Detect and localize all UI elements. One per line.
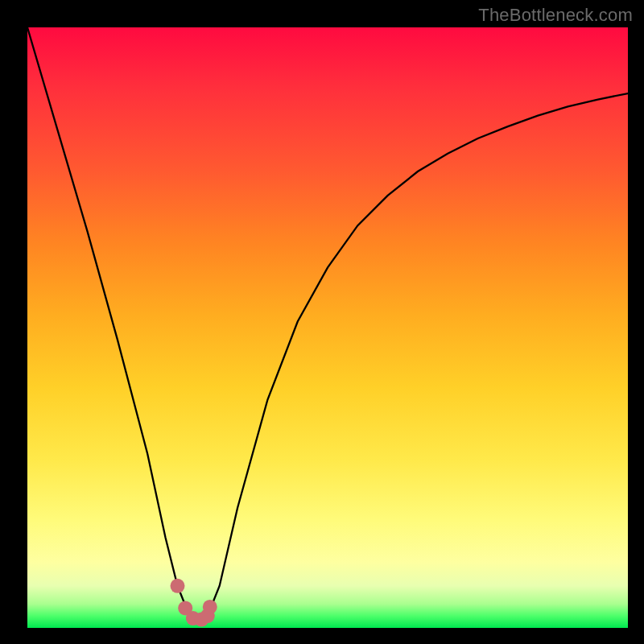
attribution-watermark: TheBottleneck.com	[478, 5, 633, 26]
plot-area	[27, 27, 628, 628]
valley-marker	[171, 579, 185, 593]
valley-markers	[171, 579, 217, 627]
valley-marker	[203, 600, 217, 614]
chart-frame: TheBottleneck.com	[0, 0, 644, 644]
curve-layer	[27, 27, 628, 628]
bottleneck-curve	[27, 27, 628, 622]
